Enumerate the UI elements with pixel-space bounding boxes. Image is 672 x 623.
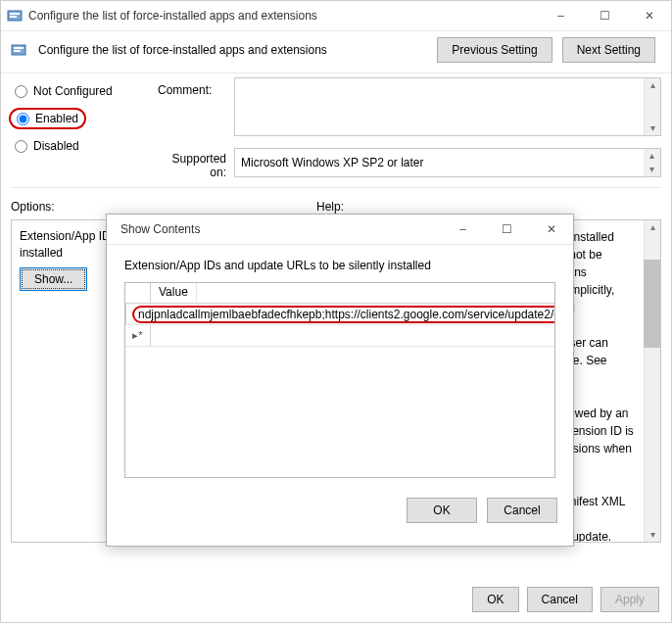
dialog-titlebar: Show Contents – ☐ ✕ [107,215,573,244]
page-title: Configure the list of force-installed ap… [38,43,327,57]
scrollbar-thumb[interactable] [644,260,660,348]
cancel-button[interactable]: Cancel [527,587,593,612]
value-column-header[interactable]: Value [151,283,197,303]
new-row-icon: ▸* [125,325,151,347]
disabled-radio[interactable] [15,140,27,153]
dialog-description: Extension/App IDs and update URLs to be … [124,259,555,272]
table-row-new[interactable]: ▸* [125,325,554,347]
state-column: Not Configured Enabled Disabled [11,73,148,179]
value-grid[interactable]: Value ndjpnladcallmjemlbaebfadecfhkepb;h… [124,282,555,478]
show-button[interactable]: Show... [20,267,87,291]
scrollbar[interactable]: ▴ ▾ [644,220,660,542]
titlebar: Configure the list of force-installed ap… [1,1,671,30]
svg-rect-2 [10,16,17,18]
scroll-up-icon[interactable]: ▴ [650,78,655,92]
show-contents-dialog: Show Contents – ☐ ✕ Extension/App IDs an… [106,214,574,547]
disabled-label: Disabled [33,139,79,153]
scroll-up-icon[interactable]: ▴ [650,220,655,234]
window-maximize-button[interactable]: ☐ [583,1,627,30]
scroll-down-icon[interactable]: ▾ [649,163,654,176]
value-cell-empty[interactable] [151,335,163,337]
dialog-cancel-button[interactable]: Cancel [487,498,557,523]
not-configured-radio[interactable] [15,85,27,98]
scrollbar[interactable]: ▴ ▾ [644,78,660,135]
enabled-label: Enabled [35,112,78,125]
ok-button[interactable]: OK [472,587,518,612]
supported-on-value: Microsoft Windows XP SP2 or later [241,156,424,169]
policy-icon [7,8,23,24]
svg-rect-1 [10,13,20,15]
svg-rect-4 [14,47,24,49]
table-row[interactable]: ndjpnladcallmjemlbaebfadecfhkepb;https:/… [125,304,554,325]
window-title: Configure the list of force-installed ap… [28,9,539,23]
supported-on-label: Supported on: [158,146,226,179]
dialog-maximize-button[interactable]: ☐ [485,215,529,244]
dialog-close-button[interactable]: ✕ [529,215,573,244]
window-minimize-button[interactable]: – [539,1,583,30]
window-close-button[interactable]: ✕ [627,1,671,30]
dialog-minimize-button[interactable]: – [441,215,485,244]
scroll-up-icon[interactable]: ▴ [649,149,654,163]
dialog-title: Show Contents [113,222,441,236]
not-configured-label: Not Configured [33,84,113,98]
previous-setting-button[interactable]: Previous Setting [437,37,552,63]
enabled-radio[interactable] [17,113,29,125]
policy-icon [11,42,26,58]
scroll-down-icon[interactable]: ▾ [650,528,655,542]
toolbar: Configure the list of force-installed ap… [1,31,671,72]
scroll-down-icon[interactable]: ▾ [650,121,655,135]
grid-header: Value [125,283,554,304]
supported-on-field: Microsoft Windows XP SP2 or later ▴ ▾ [234,148,661,177]
dialog-ok-button[interactable]: OK [407,498,477,523]
apply-button[interactable]: Apply [600,587,659,612]
comment-label: Comment: [158,77,226,136]
scrollbar[interactable]: ▴ ▾ [644,149,660,176]
next-setting-button[interactable]: Next Setting [562,37,655,63]
svg-rect-5 [14,50,21,52]
value-cell[interactable]: ndjpnladcallmjemlbaebfadecfhkepb;https:/… [132,306,555,323]
comment-textarea[interactable]: ▴ ▾ [234,77,661,136]
